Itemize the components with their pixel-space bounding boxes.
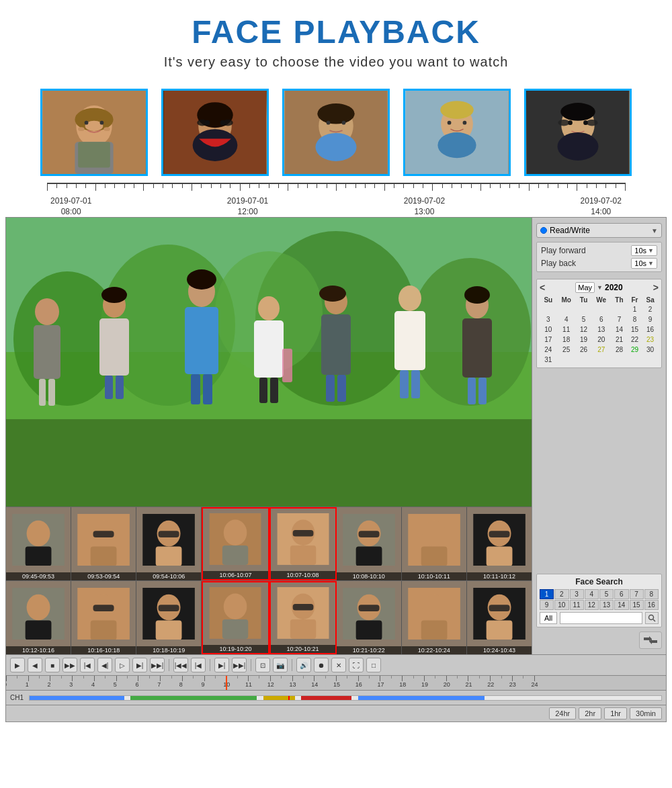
- cal-day[interactable]: 30: [642, 345, 659, 355]
- face-all-btn[interactable]: All: [540, 612, 557, 624]
- cal-day[interactable]: 26: [576, 345, 592, 355]
- thumb-cell-r1c5[interactable]: 10:07-10:08: [269, 507, 337, 580]
- face-num-3[interactable]: 3: [570, 589, 584, 599]
- record-btn-btn[interactable]: ⏺: [314, 658, 329, 672]
- thumb-cell-r2c7[interactable]: 10:22-10:24: [402, 581, 467, 654]
- cal-day[interactable]: 20: [591, 335, 611, 345]
- face-num-4[interactable]: 4: [585, 589, 599, 599]
- cal-day[interactable]: 3: [540, 314, 557, 324]
- calendar-prev-btn[interactable]: <: [540, 282, 545, 293]
- cal-day[interactable]: 7: [611, 314, 628, 324]
- thumb-cell-r1c1[interactable]: 09:45-09:53: [6, 507, 71, 580]
- rw-control[interactable]: Read/Write ▼: [536, 223, 662, 238]
- slow-btn[interactable]: ▷: [115, 658, 130, 672]
- time-btn-30min[interactable]: 30min: [630, 707, 662, 719]
- prev-frame-btn[interactable]: |◀: [80, 658, 95, 672]
- prev-section-btn[interactable]: |◀: [191, 658, 206, 672]
- cal-day[interactable]: 18: [557, 335, 576, 345]
- cal-day[interactable]: 10: [540, 324, 557, 335]
- face-num-10[interactable]: 10: [554, 600, 569, 610]
- cal-day[interactable]: 13: [591, 324, 611, 335]
- thumb-cell-r2c1[interactable]: 10:12-10:16: [6, 581, 71, 654]
- calendar-month-dropdown[interactable]: May: [575, 282, 595, 293]
- face-num-12[interactable]: 12: [585, 600, 599, 610]
- face-num-2[interactable]: 2: [554, 589, 569, 599]
- thumb-cell-r1c3[interactable]: 09:54-10:06: [136, 507, 202, 580]
- cal-day[interactable]: 24: [540, 345, 557, 355]
- clip-btn[interactable]: ⊡: [255, 658, 270, 672]
- face-num-15[interactable]: 15: [630, 600, 644, 610]
- play-forward-value[interactable]: 10s ▼: [631, 245, 657, 256]
- face-num-13[interactable]: 13: [599, 600, 614, 610]
- last-btn[interactable]: ▶▶|: [150, 658, 165, 672]
- cal-day[interactable]: 31: [540, 355, 557, 365]
- sidebar-action-btn[interactable]: [639, 631, 662, 649]
- thumb-cell-r1c4[interactable]: 10:06-10:07: [202, 507, 269, 580]
- fullscreen-btn-btn[interactable]: ⛶: [349, 658, 364, 672]
- time-btn-24hr[interactable]: 24hr: [549, 707, 576, 719]
- face-num-8[interactable]: 8: [644, 589, 659, 599]
- face-num-16[interactable]: 16: [644, 600, 659, 610]
- export-btn-btn[interactable]: ✕: [331, 658, 346, 672]
- thumb-cell-r2c8[interactable]: 10:24-10:43: [467, 581, 532, 654]
- cal-day[interactable]: 16: [642, 324, 659, 335]
- window-btn-btn[interactable]: □: [366, 658, 381, 672]
- cal-day[interactable]: 28: [611, 345, 628, 355]
- cal-day[interactable]: 22: [628, 335, 642, 345]
- rewind-btn[interactable]: ◀: [28, 658, 42, 672]
- cal-day[interactable]: 27: [591, 345, 611, 355]
- cal-day[interactable]: 9: [642, 314, 659, 324]
- thumb-cell-r1c2[interactable]: 09:53-09:54: [71, 507, 136, 580]
- audio-btn-btn[interactable]: 🔊: [296, 658, 311, 672]
- cal-day[interactable]: 4: [557, 314, 576, 324]
- cal-day[interactable]: 5: [576, 314, 592, 324]
- thumb-cell-r1c6[interactable]: 10:08-10:10: [337, 507, 402, 580]
- play-btn[interactable]: ▶: [10, 658, 25, 672]
- time-btn-1hr[interactable]: 1hr: [604, 707, 627, 719]
- face-thumb-2[interactable]: [161, 89, 269, 176]
- thumb-cell-r2c5[interactable]: 10:20-10:21: [269, 581, 337, 654]
- cal-day[interactable]: 17: [540, 335, 557, 345]
- thumb-cell-r2c3[interactable]: 10:18-10:19: [136, 581, 202, 654]
- cal-day[interactable]: 12: [576, 324, 592, 335]
- cal-day[interactable]: 23: [642, 335, 659, 345]
- channel-timeline-track[interactable]: [29, 695, 662, 701]
- last-section-btn[interactable]: ▶▶|: [232, 658, 247, 672]
- thumb-cell-r1c7[interactable]: 10:10-10:11: [402, 507, 467, 580]
- cal-day[interactable]: 21: [611, 335, 628, 345]
- thumb-cell-r2c2[interactable]: 10:16-10:18: [71, 581, 136, 654]
- face-num-9[interactable]: 9: [540, 600, 554, 610]
- cal-day[interactable]: 14: [611, 324, 628, 335]
- fast-forward-ctrl-btn[interactable]: ▶▶: [62, 658, 77, 672]
- cal-day[interactable]: 2: [642, 304, 659, 314]
- thumb-cell-r1c8[interactable]: 10:11-10:12: [467, 507, 532, 580]
- thumb-cell-r2c6[interactable]: 10:21-10:22: [337, 581, 402, 654]
- video-main[interactable]: [6, 218, 532, 507]
- face-num-14[interactable]: 14: [614, 600, 628, 610]
- cal-day[interactable]: 6: [591, 314, 611, 324]
- next-section-btn[interactable]: ▶|: [214, 658, 229, 672]
- camera-btn-btn[interactable]: 📷: [273, 658, 288, 672]
- stop-btn[interactable]: ■: [45, 658, 60, 672]
- face-num-5[interactable]: 5: [599, 589, 614, 599]
- cal-day[interactable]: 25: [557, 345, 576, 355]
- face-num-1[interactable]: 1: [540, 589, 554, 599]
- cal-day[interactable]: 15: [628, 324, 642, 335]
- face-num-11[interactable]: 11: [570, 600, 584, 610]
- face-search-icon-btn[interactable]: [645, 612, 659, 624]
- face-num-6[interactable]: 6: [614, 589, 628, 599]
- cal-day[interactable]: 1: [628, 304, 642, 314]
- cal-day[interactable]: 11: [557, 324, 576, 335]
- next-btn[interactable]: ▶|: [132, 658, 147, 672]
- face-num-7[interactable]: 7: [630, 589, 644, 599]
- face-search-input[interactable]: [560, 612, 642, 624]
- face-thumb-4[interactable]: [403, 89, 511, 176]
- first-btn[interactable]: |◀◀: [173, 658, 188, 672]
- cal-day[interactable]: 19: [576, 335, 592, 345]
- face-thumb-5[interactable]: [524, 89, 632, 176]
- cal-day[interactable]: 29: [628, 345, 642, 355]
- time-btn-2hr[interactable]: 2hr: [579, 707, 601, 719]
- step-back-btn[interactable]: ◀|: [97, 658, 112, 672]
- cal-day[interactable]: 8: [628, 314, 642, 324]
- face-thumb-3[interactable]: [282, 89, 390, 176]
